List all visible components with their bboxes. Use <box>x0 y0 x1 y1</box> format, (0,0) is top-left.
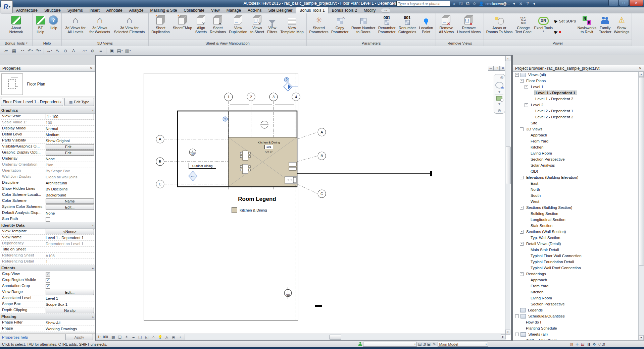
tree-expander-icon[interactable]: − <box>520 127 524 131</box>
help-menu-icon[interactable]: ? <box>525 1 530 6</box>
tree-item-west[interactable]: West <box>513 198 644 205</box>
drawing-area[interactable]: ? ? 2 A104 <box>96 55 511 341</box>
ribbon-button-show-warnings[interactable]: ⚠Show Warnings <box>613 14 630 39</box>
ribbon-button-room-number-to-doors[interactable]: Room Number to Doors <box>350 14 377 39</box>
horizontal-scrollbar[interactable]: ▶ <box>185 334 506 340</box>
tree-item-site[interactable]: Site <box>513 120 644 126</box>
ribbon-button-location-point[interactable]: Location Point <box>418 14 434 39</box>
editable-only-icon[interactable]: ▤ <box>418 342 422 347</box>
tree-item-a001-title-sheet[interactable]: A001 - Title Sheet <box>513 337 644 341</box>
view-reference-marker-left[interactable]: A103 <box>189 171 197 181</box>
tree-item-how-do-i[interactable]: How do I <box>513 319 644 325</box>
property-value[interactable]: Edit... <box>44 204 95 210</box>
property-value[interactable]: Working Drawings <box>44 326 95 332</box>
section-collapse-icon[interactable]: ▴ <box>92 224 94 227</box>
tree-expander-icon[interactable]: − <box>525 103 528 107</box>
checkbox-annotation-crop[interactable]: ✓ <box>46 284 50 289</box>
section-header-graphics[interactable]: Graphics▴ <box>0 107 95 114</box>
ribbon-group-label-bonus-tools[interactable]: Bonus Tools▾ <box>0 40 32 46</box>
browser-scroll-down-icon[interactable]: ▼ <box>639 335 644 340</box>
ribbon-button-shared-parameters[interactable]: ✳Shared Parameters <box>308 14 330 39</box>
grid-bubble-column-3[interactable]: 3 <box>269 93 278 101</box>
tree-item-level-2-dependent-2[interactable]: Level 2 - Dependent 2 <box>513 114 644 120</box>
close-button[interactable]: ✕ <box>629 0 643 6</box>
view-scale-button[interactable]: 1 : 100 <box>98 335 108 339</box>
aligned-dimension-icon[interactable]: ⇱ <box>53 47 61 54</box>
view-reference-marker-top[interactable] <box>284 82 298 91</box>
tree-item-main-stair-detail[interactable]: Main Stair Detail <box>513 247 644 253</box>
view-minimize-icon[interactable]: — <box>488 66 494 71</box>
steering-wheel-icon[interactable]: 2D <box>495 82 503 89</box>
ribbon-button-view-duplication[interactable]: View Duplication <box>228 14 248 39</box>
open-file-icon[interactable]: ▱ <box>2 47 10 54</box>
communication-center-icon[interactable]: ☊ <box>465 1 470 6</box>
ribbon-button-renumber-categories[interactable]: 001Renumber Categories <box>397 14 417 39</box>
ribbon-button-view-filters[interactable]: View Filters <box>266 14 278 39</box>
edit-in-place-icon[interactable]: ✛ <box>576 342 579 347</box>
application-menu-button[interactable]: R▾ <box>1 0 13 13</box>
tab-bonus-tools-2[interactable]: Bonus Tools 2 <box>329 7 360 13</box>
ribbon-button-set-sop-s-alt[interactable]: ▶ <box>554 27 576 37</box>
property-value[interactable]: ✓ <box>44 271 95 277</box>
user-interface-icon[interactable]: ▥▾ <box>124 47 132 54</box>
ribbon-button-change-text-case[interactable]: TEXTTexttextChange Text Case <box>514 14 533 39</box>
tab-site-designer[interactable]: Site Designer <box>265 7 296 13</box>
tree-item-south[interactable]: South <box>513 192 644 198</box>
tree-item-longitudinal-section[interactable]: Longitudinal Section <box>513 217 644 223</box>
ribbon-button-sheet-duplication[interactable]: Sheet Duplication <box>150 14 170 39</box>
active-workset-select[interactable]: ▾ <box>363 342 417 347</box>
section-collapse-icon[interactable]: ▴ <box>92 109 94 112</box>
properties-help-link[interactable]: Properties help <box>2 335 28 339</box>
zoom-menu-chevron-icon[interactable]: ▾ <box>498 101 501 107</box>
tree-item-level-1-dependent-2[interactable]: Level 1 - Dependent 2 <box>513 96 644 102</box>
grid-bubble-row-b[interactable]: B <box>156 158 164 166</box>
property-value[interactable]: No clip <box>44 307 95 313</box>
property-value[interactable] <box>44 216 95 222</box>
wheel-menu-chevron-icon[interactable]: ▾ <box>498 89 501 95</box>
tree-item-building-section[interactable]: Building Section <box>513 211 644 217</box>
ribbon-button-remove-unused-views[interactable]: ×Remove Unused Views <box>456 14 482 39</box>
section-icon[interactable]: ⊘ <box>89 47 97 54</box>
grid-bubble-row-c[interactable]: C <box>156 180 164 188</box>
property-value[interactable]: Show Original <box>44 138 95 143</box>
tab-systems[interactable]: Systems <box>64 7 86 13</box>
visual-style-icon[interactable]: ❑ <box>117 335 123 339</box>
tree-item-sections-wall-section[interactable]: −Sections (Wall Section) <box>513 229 644 235</box>
redo-icon[interactable]: ↷▾ <box>34 47 42 54</box>
tab-massing-site[interactable]: Massing & Site <box>147 7 181 13</box>
save-icon[interactable]: ▦ <box>10 47 18 54</box>
browser-scrollbar[interactable]: ▲ ▼ <box>638 72 644 340</box>
tree-item-level-1[interactable]: −Level 1 <box>513 84 644 90</box>
search-expand-icon[interactable]: ▸ <box>390 1 394 6</box>
tree-item-planting-schedule[interactable]: Planting Schedule <box>513 325 644 331</box>
scroll-right-icon[interactable]: ▶ <box>501 334 506 339</box>
pin-elements-icon[interactable]: ▤ <box>581 342 585 347</box>
property-value[interactable]: ✓ <box>44 277 95 283</box>
close-hidden-windows-icon[interactable]: ▣ <box>108 47 116 54</box>
navbar-collapse-icon[interactable]: ⊖ <box>498 108 501 113</box>
room-tag[interactable]: Kitchen & Dining 101 729 SF <box>253 141 285 154</box>
analytical-model-icon[interactable]: ◬ <box>164 335 170 339</box>
tree-item-sections-building-section[interactable]: −Sections (Building Section) <box>513 205 644 211</box>
value-button-graphic-display-opti[interactable]: Edit... <box>46 150 94 156</box>
elevation-marker[interactable]: 1 A103 <box>284 287 292 299</box>
tree-item-living-room[interactable]: Living Room <box>513 295 644 301</box>
ribbon-button-sheet-revisions[interactable]: ☁Sheet Revisions <box>209 14 227 39</box>
ribbon-button-areas-or-rooms-to-mass[interactable]: Areas or Rooms To Mass <box>485 14 514 39</box>
tree-expander-icon[interactable]: − <box>520 272 524 276</box>
temporary-hide-icon[interactable]: ⌂ <box>151 335 156 339</box>
help-reference-icons[interactable]: ? ? <box>223 77 289 121</box>
property-value[interactable]: Architectural <box>44 180 95 186</box>
design-options-edit-icon[interactable]: ✎ <box>433 342 436 347</box>
search-input[interactable]: Type a keyword or phrase <box>396 1 450 6</box>
ribbon-button-copy-parameter[interactable]: ↖Copy Parameter <box>330 14 349 39</box>
tab-annotate[interactable]: Annotate <box>103 7 126 13</box>
zoom-region-icon[interactable] <box>496 96 502 101</box>
show-crop-region-icon[interactable]: ◱ <box>144 335 150 339</box>
tree-expander-icon[interactable]: − <box>525 85 528 89</box>
tab-structure[interactable]: Structure <box>41 7 64 13</box>
tab-analyze[interactable]: Analyze <box>126 7 147 13</box>
tree-item-stair-section[interactable]: Stair Section <box>513 223 644 229</box>
property-value[interactable]: Scope Box 1 <box>44 301 95 307</box>
value-button-view-range[interactable]: Edit... <box>46 290 94 295</box>
